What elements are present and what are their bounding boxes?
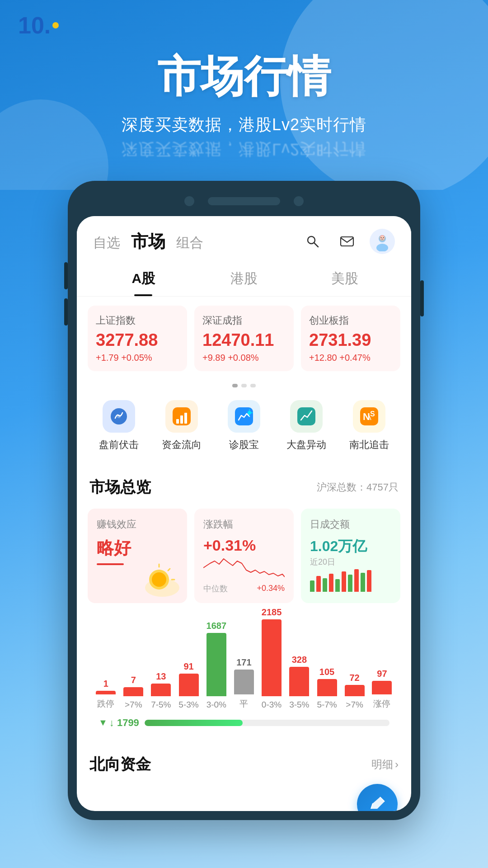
tab-hkshares[interactable]: 港股 bbox=[194, 261, 295, 296]
quick-action-zhengubao[interactable]: 诊股宝 bbox=[213, 400, 275, 452]
dist-label-5: 3-0% bbox=[206, 700, 226, 710]
dist-val-6: 171 bbox=[236, 657, 251, 668]
dist-label-7: 0-3% bbox=[262, 700, 282, 710]
zijin-icon bbox=[165, 400, 198, 433]
quick-action-dapan[interactable]: 大盘异动 bbox=[275, 400, 338, 452]
svg-rect-15 bbox=[184, 413, 187, 424]
volume-label: 日成交额 bbox=[310, 518, 391, 531]
search-button[interactable] bbox=[301, 230, 324, 253]
change-value: +0.31% bbox=[203, 537, 285, 554]
avatar[interactable] bbox=[370, 229, 395, 254]
dist-val-1: 1 bbox=[103, 679, 108, 689]
progress-fill bbox=[145, 720, 243, 726]
svg-point-11 bbox=[117, 415, 121, 418]
dist-val-10: 72 bbox=[349, 673, 359, 683]
dapan-label: 大盘异动 bbox=[286, 438, 326, 452]
decorative-circle-2 bbox=[0, 99, 108, 190]
phone-notch bbox=[77, 190, 411, 212]
index-card-cy[interactable]: 创业板指 2731.39 +12.80 +0.47% bbox=[301, 306, 400, 371]
banner: 10. 市场行情 深度买卖数据，港股Lv2实时行情 深度买卖数据，港股Lv2实时… bbox=[0, 0, 488, 190]
north-detail-button[interactable]: 明细 › bbox=[371, 757, 399, 772]
dist-col-11: 97 涨停 bbox=[372, 669, 392, 710]
north-detail-label: 明细 bbox=[371, 757, 393, 772]
header-icons bbox=[301, 229, 395, 254]
nav-items: 自选 市场 组合 bbox=[93, 230, 301, 253]
nav-item-portfolio[interactable]: 组合 bbox=[176, 234, 203, 252]
index-change-cy: +12.80 +0.47% bbox=[309, 353, 392, 363]
index-change-sh: +1.79 +0.05% bbox=[96, 353, 179, 363]
volume-value: 1.02万亿 bbox=[310, 537, 391, 557]
dist-col-4: 91 5-3% bbox=[178, 661, 198, 710]
phone-vol-up bbox=[64, 262, 68, 289]
quick-action-nanbeizhuiji[interactable]: N S 南北追击 bbox=[338, 400, 400, 452]
dist-val-4: 91 bbox=[183, 661, 193, 672]
svg-text:S: S bbox=[370, 410, 375, 418]
index-dots bbox=[77, 380, 411, 391]
index-value-sz: 12470.11 bbox=[202, 331, 286, 350]
svg-point-4 bbox=[376, 244, 388, 251]
nav-item-zixuan[interactable]: 自选 bbox=[93, 234, 120, 252]
index-card-sh[interactable]: 上证指数 3277.88 +1.79 +0.05% bbox=[88, 306, 187, 371]
zhengubao-label: 诊股宝 bbox=[229, 438, 259, 452]
index-name-sh: 上证指数 bbox=[96, 314, 179, 327]
logo-dot bbox=[52, 22, 59, 28]
phone-mockup: 自选 市场 组合 bbox=[68, 181, 420, 820]
dist-label-10: >7% bbox=[346, 700, 363, 710]
dist-bar-3 bbox=[151, 684, 171, 696]
section-header-market: 市场总览 沪深总数：4757只 bbox=[77, 468, 411, 503]
profit-indicator bbox=[97, 563, 124, 565]
index-name-sz: 深证成指 bbox=[202, 314, 286, 327]
dist-col-8: 328 3-5% bbox=[289, 655, 309, 710]
svg-rect-2 bbox=[341, 237, 353, 246]
sparkline bbox=[203, 554, 285, 581]
dot-1 bbox=[232, 384, 238, 387]
market-card-change[interactable]: 涨跌幅 +0.31% 中位数 +0.34% bbox=[194, 509, 294, 603]
down-count-value: ↓ 1799 bbox=[109, 717, 139, 729]
dist-val-2: 7 bbox=[131, 675, 136, 685]
change-subvalue: +0.34% bbox=[257, 584, 285, 593]
market-card-profit[interactable]: 赚钱效应 略好 bbox=[88, 509, 187, 603]
panqian-icon bbox=[103, 400, 135, 433]
distribution-section: 1 跌停 7 >7% 13 7-5% bbox=[77, 612, 411, 745]
volume-sublabel: 近20日 bbox=[310, 557, 391, 567]
profit-label: 赚钱效应 bbox=[97, 518, 178, 531]
north-section: 北向资金 明细 › bbox=[77, 745, 411, 784]
north-title: 北向资金 bbox=[89, 754, 151, 775]
banner-subtitle: 深度买卖数据，港股Lv2实时行情 bbox=[122, 114, 366, 136]
index-value-cy: 2731.39 bbox=[309, 331, 392, 350]
svg-point-9 bbox=[383, 237, 384, 238]
dist-chart: 1 跌停 7 >7% 13 7-5% bbox=[88, 619, 400, 710]
tab-usshares[interactable]: 美股 bbox=[294, 261, 395, 296]
dist-col-9: 105 5-7% bbox=[317, 667, 337, 710]
svg-rect-13 bbox=[176, 419, 179, 424]
svg-rect-14 bbox=[180, 415, 183, 424]
index-card-sz[interactable]: 深证成指 12470.11 +9.89 +0.08% bbox=[194, 306, 294, 371]
svg-point-8 bbox=[381, 237, 382, 238]
nav-item-market[interactable]: 市场 bbox=[131, 230, 165, 253]
dist-col-1: 1 跌停 bbox=[96, 679, 116, 710]
down-count: ▼ ↓ 1799 bbox=[99, 717, 139, 729]
fab-area bbox=[77, 784, 411, 811]
dist-bar-1 bbox=[96, 691, 116, 694]
dist-bar-4 bbox=[179, 674, 199, 696]
svg-text:N: N bbox=[363, 411, 370, 422]
mail-button[interactable] bbox=[335, 230, 359, 253]
quick-action-zijin[interactable]: 资金流向 bbox=[150, 400, 212, 452]
svg-point-28 bbox=[152, 572, 166, 587]
fab-button[interactable] bbox=[357, 784, 398, 811]
dist-val-9: 105 bbox=[319, 667, 334, 677]
dist-bar-8 bbox=[289, 667, 309, 696]
dist-col-5: 1687 3-0% bbox=[206, 621, 227, 710]
nanbeizhuiji-label: 南北追击 bbox=[349, 438, 389, 452]
tab-ashares[interactable]: A股 bbox=[93, 261, 194, 296]
svg-line-1 bbox=[314, 243, 318, 247]
dot-2 bbox=[241, 384, 247, 387]
banner-title: 市场行情 bbox=[157, 48, 331, 107]
quick-action-panqian[interactable]: 盘前伏击 bbox=[88, 400, 150, 452]
dist-bar-11 bbox=[372, 681, 392, 694]
tabs: A股 港股 美股 bbox=[77, 261, 411, 297]
market-card-volume[interactable]: 日成交额 1.02万亿 近20日 bbox=[301, 509, 400, 603]
index-cards: 上证指数 3277.88 +1.79 +0.05% 深证成指 12470.11 … bbox=[77, 297, 411, 380]
phone-camera bbox=[184, 196, 194, 206]
dist-bar-5 bbox=[206, 633, 226, 696]
